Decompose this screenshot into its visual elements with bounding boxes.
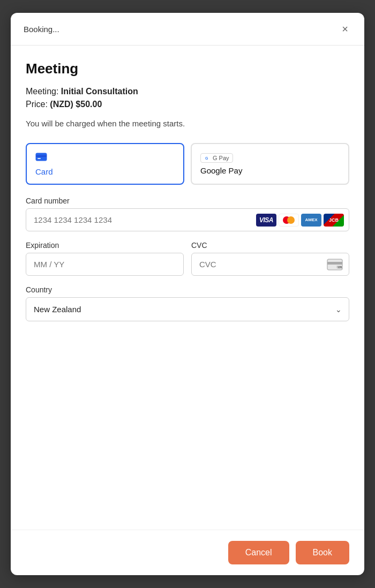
modal-header: Booking... ×: [11, 13, 364, 46]
card-brands: VISA AMEX JCB: [256, 214, 344, 227]
svg-rect-6: [327, 262, 342, 265]
meeting-info-row: Meeting: Initial Consultation: [26, 87, 349, 96]
close-button[interactable]: ×: [339, 22, 351, 35]
gpay-tab[interactable]: G G Pay Google Pay: [191, 143, 349, 185]
modal-title: Booking...: [24, 25, 59, 34]
svg-text:135: 135: [338, 266, 342, 269]
booking-modal: Booking... × Meeting Meeting: Initial Co…: [11, 13, 364, 575]
card-number-group: Card number VISA AMEX JCB: [26, 197, 349, 231]
mastercard-icon: [279, 214, 299, 227]
expiration-input[interactable]: [26, 253, 184, 276]
payment-tabs: Card G G Pay Google Pay: [26, 143, 349, 185]
svg-rect-1: [36, 155, 47, 157]
charge-notice: You will be charged when the meeting sta…: [26, 119, 349, 128]
gpay-badge: G G Pay: [200, 153, 233, 163]
cvc-label: CVC: [191, 241, 349, 250]
card-number-wrapper: VISA AMEX JCB: [26, 208, 349, 231]
expiration-group: Expiration: [26, 241, 184, 276]
cvc-group: CVC 135: [191, 241, 349, 276]
price-value: (NZD) $50.00: [50, 100, 102, 109]
svg-rect-2: [38, 158, 41, 159]
section-title: Meeting: [26, 61, 349, 77]
card-tab[interactable]: Card: [26, 143, 184, 185]
modal-footer: Cancel Book: [11, 530, 364, 575]
meeting-name: Initial Consultation: [61, 87, 138, 96]
cvc-input[interactable]: [191, 253, 349, 276]
svg-text:G: G: [205, 156, 208, 160]
country-label: Country: [26, 285, 349, 294]
modal-body: Meeting Meeting: Initial Consultation Pr…: [11, 46, 364, 530]
gpay-badge-text: G Pay: [213, 155, 229, 161]
card-tab-label: Card: [35, 167, 53, 176]
cancel-button[interactable]: Cancel: [228, 541, 289, 564]
country-group: Country New Zealand Australia United Sta…: [26, 285, 349, 321]
meeting-label: Meeting:: [26, 87, 58, 96]
expiration-label: Expiration: [26, 241, 184, 250]
gpay-tab-label: Google Pay: [200, 166, 242, 175]
jcb-icon: JCB: [324, 214, 344, 227]
visa-icon: VISA: [256, 214, 276, 227]
amex-icon: AMEX: [301, 214, 321, 227]
price-info-row: Price: (NZD) $50.00: [26, 100, 349, 109]
card-number-label: Card number: [26, 197, 349, 205]
cvc-input-wrapper: 135: [191, 253, 349, 276]
country-select-wrapper: New Zealand Australia United States Unit…: [26, 297, 349, 321]
card-icon: [35, 152, 47, 164]
book-button[interactable]: Book: [296, 541, 349, 564]
country-select[interactable]: New Zealand Australia United States Unit…: [26, 297, 349, 321]
expiry-cvc-row: Expiration CVC 135: [26, 241, 349, 285]
cvc-card-icon: 135: [327, 259, 344, 270]
price-label: Price:: [26, 100, 48, 109]
